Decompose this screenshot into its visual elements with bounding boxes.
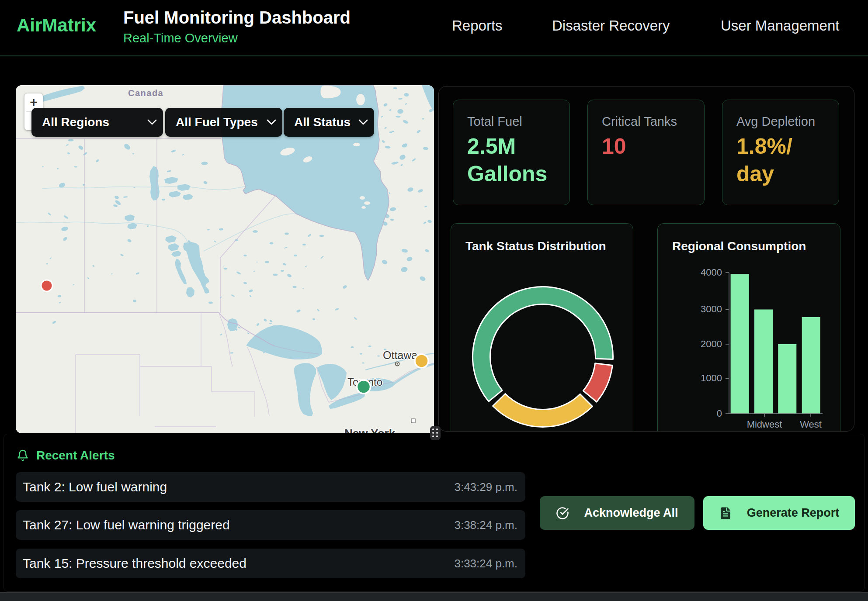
svg-text:0: 0 bbox=[717, 408, 722, 419]
svg-text:Midwest: Midwest bbox=[747, 419, 782, 430]
svg-text:1000: 1000 bbox=[701, 373, 722, 383]
svg-text:West: West bbox=[800, 419, 822, 430]
svg-text:3000: 3000 bbox=[701, 304, 722, 314]
svg-text:Canada: Canada bbox=[128, 88, 163, 98]
svg-text:4000: 4000 bbox=[701, 267, 722, 278]
svg-text:2000: 2000 bbox=[701, 338, 722, 349]
svg-text:New York: New York bbox=[344, 427, 396, 433]
svg-text:Ottawa: Ottawa bbox=[383, 349, 417, 361]
